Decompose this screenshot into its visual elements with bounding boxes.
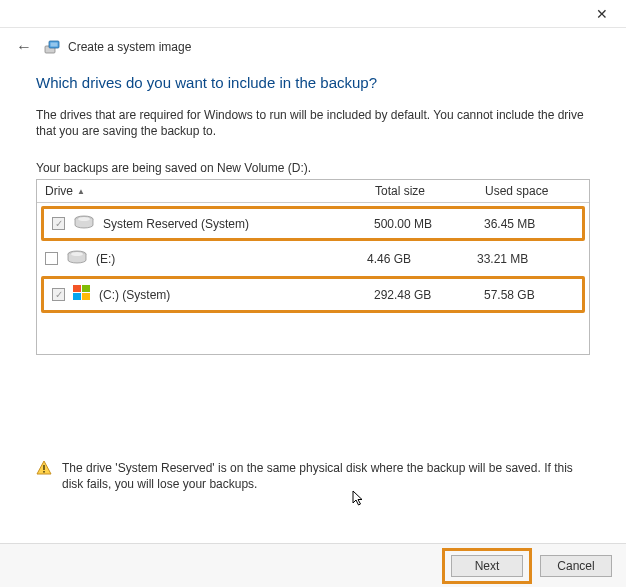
checkmark-icon: ✓ <box>55 219 63 229</box>
page-description: The drives that are required for Windows… <box>36 107 590 139</box>
column-header-drive-label: Drive <box>45 184 73 198</box>
table-row[interactable]: ✓(C:) (System)292.48 GB57.58 GB <box>41 276 585 313</box>
column-header-used[interactable]: Used space <box>477 180 589 202</box>
drive-total-size: 4.46 GB <box>367 252 477 266</box>
drive-total-size: 500.00 MB <box>374 217 484 231</box>
drive-used-space: 33.21 MB <box>477 252 581 266</box>
checkmark-icon: ✓ <box>55 290 63 300</box>
table-row[interactable]: ✓System Reserved (System)500.00 MB36.45 … <box>41 206 585 241</box>
save-location-text: Your backups are being saved on New Volu… <box>36 161 590 175</box>
column-header-drive[interactable]: Drive ▲ <box>37 180 367 202</box>
svg-rect-8 <box>82 285 90 292</box>
drive-table: Drive ▲ Total size Used space ✓System Re… <box>36 179 590 355</box>
table-header: Drive ▲ Total size Used space <box>37 180 589 203</box>
drive-checkbox[interactable] <box>45 252 58 265</box>
drive-name: (C:) (System) <box>99 288 170 302</box>
svg-rect-7 <box>73 285 81 292</box>
mouse-cursor-icon <box>352 490 366 508</box>
drive-used-space: 36.45 MB <box>484 217 574 231</box>
svg-rect-12 <box>43 471 45 473</box>
dialog-footer: Next Cancel <box>0 543 626 587</box>
svg-point-6 <box>71 252 83 256</box>
page-heading: Which drives do you want to include in t… <box>36 74 590 91</box>
warning-text: The drive 'System Reserved' is on the sa… <box>62 460 590 492</box>
wizard-title: Create a system image <box>68 40 191 54</box>
svg-point-4 <box>78 217 90 221</box>
windows-drive-icon <box>73 285 91 301</box>
system-image-icon <box>44 39 60 55</box>
drive-checkbox: ✓ <box>52 217 65 230</box>
column-header-total[interactable]: Total size <box>367 180 477 202</box>
drive-name: (E:) <box>96 252 115 266</box>
drive-total-size: 292.48 GB <box>374 288 484 302</box>
next-button[interactable]: Next <box>451 555 523 577</box>
table-row[interactable]: (E:)4.46 GB33.21 MB <box>37 244 589 273</box>
warning-icon <box>36 460 52 476</box>
sort-ascending-icon: ▲ <box>77 187 85 196</box>
drive-checkbox: ✓ <box>52 288 65 301</box>
back-button[interactable]: ← <box>14 38 34 56</box>
cancel-button[interactable]: Cancel <box>540 555 612 577</box>
drive-used-space: 57.58 GB <box>484 288 574 302</box>
svg-rect-10 <box>82 293 90 300</box>
hdd-icon <box>66 250 88 264</box>
drive-name: System Reserved (System) <box>103 217 249 231</box>
hdd-icon <box>73 215 95 229</box>
svg-rect-2 <box>51 43 58 47</box>
svg-rect-11 <box>43 465 45 470</box>
close-icon[interactable]: ✕ <box>588 2 616 26</box>
svg-rect-9 <box>73 293 81 300</box>
